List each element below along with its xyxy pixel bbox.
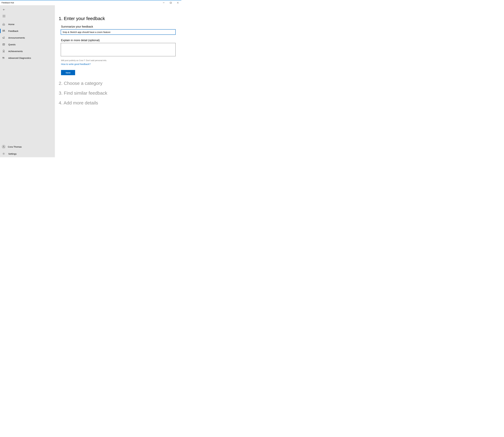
summary-label: Summarize your feedback [61,25,175,28]
step-2-title: 2. Choose a category [59,81,175,86]
window-controls [160,0,181,5]
window-title: Feedback Hub [1,2,14,4]
sidebar-item-quests[interactable]: Quests [0,41,55,48]
sidebar-item-label: Announcements [8,36,25,39]
tools-icon [2,57,5,59]
gear-icon [2,152,5,155]
sidebar-item-label: Achievements [8,50,23,52]
titlebar: Feedback Hub [0,0,181,5]
detail-input[interactable] [61,43,176,56]
user-name: Cora Thomas [8,145,22,148]
sidebar: Home Feedback Announcements [0,5,55,157]
sidebar-bottom: Cora Thomas Settings [0,143,55,157]
home-icon [2,23,5,26]
sidebar-item-label: Feedback [8,30,18,32]
avatar-icon [2,145,6,149]
sidebar-item-home[interactable]: Home [0,21,55,28]
sidebar-item-label: Advanced Diagnostics [8,57,31,59]
feedback-icon [2,30,5,32]
minimize-button[interactable] [160,0,167,5]
privacy-note: Will post publicly as Cora T. Don't add … [61,59,175,61]
step-1-title: 1. Enter your feedback [59,16,175,21]
map-icon [2,43,5,46]
maximize-button[interactable] [167,0,174,5]
main-content: 1. Enter your feedback Summarize your fe… [55,5,181,157]
sidebar-item-feedback[interactable]: Feedback [0,28,55,34]
nav: Home Feedback Announcements [0,21,55,143]
sidebar-item-user[interactable]: Cora Thomas [0,143,55,150]
summary-input[interactable] [61,29,176,35]
svg-point-7 [3,153,4,154]
svg-point-1 [3,30,3,31]
sidebar-item-achievements[interactable]: Achievements [0,48,55,55]
app-window: Feedback Hub [0,0,181,157]
next-button[interactable]: Next [61,70,75,75]
sidebar-item-label: Settings [8,152,17,155]
ribbon-icon [2,50,5,53]
step-4-title: 4. Add more details [59,100,175,106]
detail-label: Explain in more detail (optional) [61,39,175,42]
step-3-title: 3. Find similar feedback [59,90,175,96]
sidebar-item-settings[interactable]: Settings [0,150,55,157]
back-button[interactable] [0,6,8,13]
svg-point-2 [4,30,5,31]
hamburger-button[interactable] [0,13,8,19]
sidebar-item-diagnostics[interactable]: Advanced Diagnostics [0,55,55,61]
megaphone-icon [2,36,5,39]
sidebar-item-label: Home [8,23,14,26]
sidebar-item-label: Quests [8,43,16,46]
svg-point-3 [3,50,4,51]
help-link[interactable]: How to write good feedback? [61,63,91,65]
svg-point-6 [3,146,4,147]
close-button[interactable] [174,0,181,5]
sidebar-item-announcements[interactable]: Announcements [0,34,55,41]
svg-rect-0 [170,2,172,3]
